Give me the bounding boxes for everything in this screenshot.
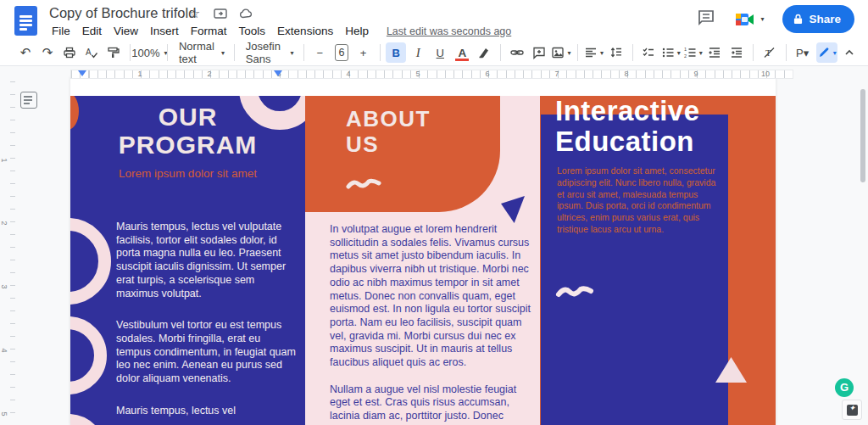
brochure-image: OUR PROGRAM Lorem ipsum dolor sit amet M… bbox=[70, 96, 776, 425]
open-comment-history-icon[interactable] bbox=[696, 8, 716, 31]
italic-button[interactable]: I bbox=[408, 42, 428, 63]
document-title[interactable]: Copy of Brochure trifold bbox=[49, 5, 196, 21]
meet-dropdown-caret: ▾ bbox=[760, 15, 764, 23]
right-panel-blue-box bbox=[541, 115, 728, 425]
left-panel-subtitle: Lorem ipsum dolor sit amet bbox=[70, 167, 305, 180]
increase-font-size-button[interactable]: + bbox=[353, 42, 374, 63]
vertical-ruler[interactable]: 1 2 3 4 5 bbox=[0, 81, 17, 425]
menu-edit[interactable]: Edit bbox=[76, 23, 108, 39]
align-button[interactable]: ▾ bbox=[584, 42, 604, 63]
svg-text:A: A bbox=[86, 48, 92, 57]
grammarly-icon[interactable]: G bbox=[835, 378, 854, 397]
text-color-button[interactable]: A bbox=[452, 42, 472, 63]
lock-icon bbox=[793, 14, 803, 25]
menu-extensions[interactable]: Extensions bbox=[271, 23, 339, 39]
add-comment-button[interactable] bbox=[529, 42, 549, 63]
paint-format-button[interactable] bbox=[103, 42, 124, 63]
left-panel-body: Mauris tempus, lectus vel vulputate faci… bbox=[116, 221, 298, 425]
pencil-icon bbox=[817, 46, 831, 59]
font-size-input[interactable]: 6 bbox=[335, 44, 348, 61]
print-button[interactable] bbox=[59, 42, 80, 63]
highlight-color-button[interactable] bbox=[474, 42, 494, 63]
join-meet-button[interactable]: ▾ bbox=[728, 8, 771, 31]
right-panel-body: Lorem ipsum dolor sit amet, consectetur … bbox=[557, 165, 720, 236]
document-status-cloud-icon[interactable] bbox=[239, 7, 253, 20]
google-meet-icon bbox=[735, 11, 755, 28]
star-icon[interactable]: ☆ bbox=[188, 7, 202, 20]
share-button[interactable]: Share bbox=[782, 5, 854, 33]
checklist-button[interactable] bbox=[638, 42, 659, 63]
menu-insert[interactable]: Insert bbox=[144, 23, 185, 39]
numbered-list-button[interactable]: 12 ▾ bbox=[682, 42, 703, 63]
move-to-folder-icon[interactable] bbox=[214, 7, 227, 20]
line-spacing-button[interactable] bbox=[606, 42, 626, 63]
undo-button[interactable]: ↶ bbox=[15, 42, 36, 63]
white-squiggle-shape bbox=[346, 177, 381, 191]
increase-indent-button[interactable] bbox=[726, 42, 747, 63]
svg-text:1: 1 bbox=[684, 47, 687, 52]
decrease-font-size-button[interactable]: − bbox=[309, 42, 330, 63]
white-squiggle-shape bbox=[555, 284, 594, 299]
document-page[interactable]: OUR PROGRAM Lorem ipsum dolor sit amet M… bbox=[70, 76, 776, 425]
menu-view[interactable]: View bbox=[108, 23, 144, 39]
horizontal-ruler[interactable]: 1 2 3 4 5 6 7 8 9 10 bbox=[18, 68, 861, 80]
last-edit-status[interactable]: Last edit was seconds ago bbox=[387, 25, 511, 37]
right-panel-heading: Interactive Education bbox=[555, 96, 750, 157]
menu-format[interactable]: Format bbox=[185, 23, 233, 39]
menu-bar: File Edit View Insert Format Tools Exten… bbox=[46, 23, 511, 39]
insert-image-button[interactable]: ▾ bbox=[551, 42, 571, 63]
share-label: Share bbox=[809, 13, 841, 25]
clear-formatting-button[interactable]: T bbox=[760, 42, 780, 63]
left-panel-heading: OUR PROGRAM bbox=[70, 103, 305, 159]
about-us-orange-shape: ABOUT US bbox=[305, 96, 500, 212]
svg-text:2: 2 bbox=[684, 53, 687, 59]
google-docs-logo-icon[interactable] bbox=[14, 6, 37, 36]
menu-tools[interactable]: Tools bbox=[233, 23, 272, 39]
bold-button[interactable]: B bbox=[386, 42, 406, 63]
middle-panel-body: In volutpat augue et lorem hendrerit sol… bbox=[330, 223, 538, 425]
middle-panel-heading: ABOUT US bbox=[346, 106, 431, 157]
underline-button[interactable]: U bbox=[430, 42, 450, 63]
grammarly-assistant-button[interactable] bbox=[842, 400, 862, 420]
formatting-toolbar: ↶ ↷ A 100%▾ Normal text▾ Josefin Sans▾ bbox=[0, 40, 868, 66]
font-family-select[interactable]: Josefin Sans▾ bbox=[241, 42, 298, 63]
vertical-scrollbar[interactable] bbox=[860, 89, 865, 182]
paragraph-style-select[interactable]: Normal text▾ bbox=[174, 42, 228, 63]
redo-button[interactable]: ↷ bbox=[37, 42, 58, 63]
show-document-outline-button[interactable] bbox=[20, 92, 37, 109]
spelling-check-button[interactable]: A bbox=[81, 42, 102, 63]
left-indent-marker[interactable] bbox=[78, 70, 86, 76]
menu-file[interactable]: File bbox=[46, 23, 76, 39]
menu-help[interactable]: Help bbox=[339, 23, 375, 39]
editing-mode-button[interactable]: ▾ bbox=[816, 42, 837, 63]
zoom-select[interactable]: 100%▾ bbox=[136, 42, 162, 63]
insert-link-button[interactable] bbox=[507, 42, 527, 63]
google-docs-window: Copy of Brochure trifold ☆ File Edit Vie… bbox=[0, 0, 868, 425]
paragraph-direction-button[interactable]: P▾ bbox=[793, 42, 813, 63]
right-indent-marker[interactable] bbox=[274, 70, 282, 76]
hide-menus-button[interactable] bbox=[839, 42, 860, 63]
bulleted-list-button[interactable]: ▾ bbox=[660, 42, 681, 63]
decrease-indent-button[interactable] bbox=[704, 42, 725, 63]
